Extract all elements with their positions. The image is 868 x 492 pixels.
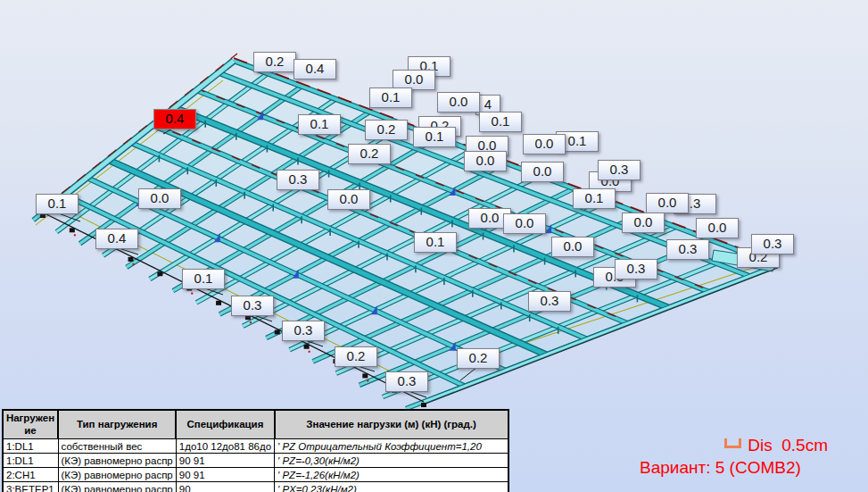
value-label: 0.4 bbox=[95, 229, 138, 249]
value-label: 0.0 bbox=[503, 213, 546, 234]
value-label: 0.3 bbox=[385, 371, 428, 392]
value-label: 0.2 bbox=[365, 120, 408, 140]
load-table-cell: 1:DL1 bbox=[3, 454, 58, 468]
value-label: 0.3 bbox=[282, 321, 325, 341]
load-table-cell: собственный вес bbox=[58, 439, 176, 454]
value-label: 0.1 bbox=[479, 112, 522, 132]
load-table-cell: 90 91 bbox=[176, 468, 274, 482]
legend-scale-line: Dis 0.5cm bbox=[662, 436, 828, 455]
value-label: 0.0 bbox=[437, 92, 480, 113]
load-table-header-row: НагружениеТип нагруженияСпецификацияЗнач… bbox=[3, 410, 508, 439]
value-label: 0.0 bbox=[646, 193, 689, 213]
load-table-cell: ' PX=0,23(кН/м2) bbox=[275, 482, 508, 492]
value-label: 0.2 bbox=[253, 52, 296, 72]
value-label: 0.0 bbox=[464, 151, 507, 171]
variant-label: Вариант: 5 (COMB2) bbox=[640, 458, 801, 478]
value-label: 0.1 bbox=[182, 269, 225, 289]
value-label: 0.1 bbox=[36, 194, 79, 214]
value-label: 0.0 bbox=[551, 237, 594, 257]
value-label: 0.2 bbox=[457, 348, 500, 369]
value-label: 0.0 bbox=[327, 189, 370, 210]
value-label: 0.3 bbox=[528, 291, 571, 312]
load-table-cell: 90 bbox=[176, 482, 274, 492]
load-table-row: 1:DL1(КЭ) равномерно распр90 91' PZ=-0,3… bbox=[3, 454, 508, 468]
value-label: 0.0 bbox=[622, 213, 665, 233]
load-table-cell: (КЭ) равномерно распр bbox=[58, 468, 176, 482]
load-table-row: 3:ВЕТЕР1(КЭ) равномерно распр90' PX=0,23… bbox=[3, 482, 508, 492]
load-table-cell: 1до10 12до81 86до bbox=[176, 439, 274, 454]
load-table-row: 2:CH1(КЭ) равномерно распр90 91' PZ=-1,2… bbox=[3, 468, 508, 482]
load-table-cell: ' PZ=-0,30(кН/м2) bbox=[275, 454, 508, 468]
max-value-label: 0.4 bbox=[153, 109, 196, 129]
value-label: 0.1 bbox=[298, 114, 341, 135]
displacement-scale-icon bbox=[724, 438, 741, 448]
value-label: 0.3 bbox=[277, 170, 319, 190]
load-table-cell: (КЭ) равномерно распр bbox=[58, 454, 176, 468]
value-label: 0.2 bbox=[335, 346, 377, 367]
value-label: 0.3 bbox=[231, 296, 274, 316]
value-label: 0.2 bbox=[348, 144, 391, 164]
load-table-cell: (КЭ) равномерно распр bbox=[58, 482, 176, 492]
load-table-cell: 1:DL1 bbox=[3, 439, 58, 454]
load-table-cell: ' PZ Отрицательный Коэффициент=1,20 bbox=[275, 439, 508, 454]
load-table-header-cell: Тип нагружения bbox=[58, 410, 176, 439]
value-label: 0.1 bbox=[369, 88, 412, 108]
load-table-header-cell: Значение нагрузки (м) (кН) (град.) bbox=[275, 410, 508, 439]
load-table-row: 1:DL1собственный вес1до10 12до81 86до' P… bbox=[3, 439, 508, 454]
value-label: 0.4 bbox=[293, 59, 336, 79]
load-table-cell: 3:ВЕТЕР1 bbox=[3, 482, 58, 492]
load-table-cell: 2:CH1 bbox=[3, 468, 58, 482]
legend-scale-label: Dis 0.5cm bbox=[748, 436, 828, 454]
load-table-cell: 90 91 bbox=[176, 454, 274, 468]
value-label: 0.3 bbox=[751, 234, 794, 254]
value-label: 0.1 bbox=[573, 188, 616, 209]
value-label: 0.0 bbox=[696, 218, 739, 238]
load-table-header-cell: Спецификация bbox=[176, 410, 274, 439]
value-label: 0.0 bbox=[521, 162, 564, 182]
load-cases-table: НагружениеТип нагруженияСпецификацияЗнач… bbox=[2, 409, 509, 492]
load-table-cell: ' PZ=-1,26(кН/м2) bbox=[275, 468, 508, 482]
value-label: 0.3 bbox=[598, 160, 641, 180]
value-label: 0.1 bbox=[414, 232, 457, 253]
scad-model-viewport: 40.20.10.0.30.00.20.20.40.10.00.10.00.10… bbox=[0, 0, 868, 492]
value-label: 0.0 bbox=[523, 134, 566, 154]
value-label: 0.3 bbox=[666, 239, 709, 260]
load-table-header-cell: Нагружение bbox=[3, 410, 58, 439]
value-label: 0.3 bbox=[615, 259, 657, 279]
value-label: 0.0 bbox=[138, 188, 181, 209]
value-label: 0.1 bbox=[413, 127, 456, 147]
